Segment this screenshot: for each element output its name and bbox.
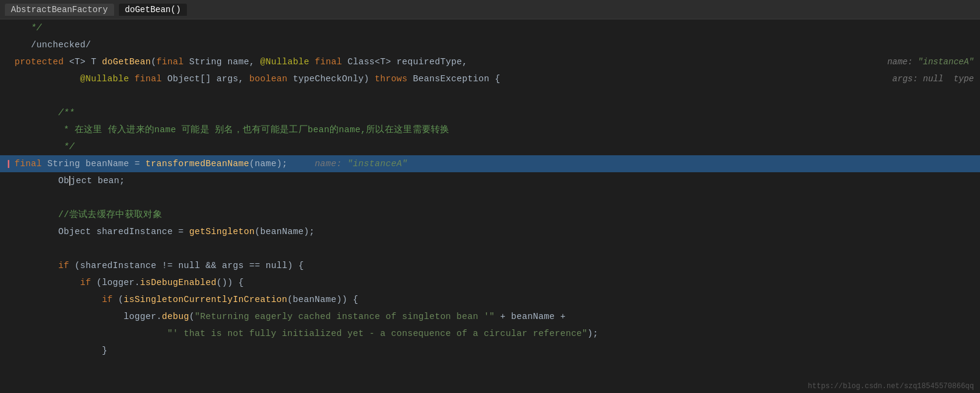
breadcrumb-method[interactable]: doGetBean(): [119, 4, 187, 16]
code-line: [0, 189, 980, 206]
code-content: if (sharedInstance != null && args == nu…: [15, 257, 980, 274]
code-content: "' that is not fully initialized yet - a…: [15, 325, 980, 342]
code-content: Object bean;: [15, 172, 980, 189]
code-content: /**: [15, 104, 980, 121]
code-content: Object sharedInstance = getSingleton(bea…: [15, 223, 980, 240]
breadcrumb-bar: AbstractBeanFactory doGetBean(): [0, 0, 980, 19]
code-content: @Nullable final Object[] args, boolean t…: [15, 70, 980, 87]
code-content: if (logger.isDebugEnabled()) {: [15, 274, 980, 291]
code-line: /unchecked/: [0, 36, 980, 53]
code-content: final String beanName = transformedBeanN…: [15, 155, 980, 172]
code-content: /unchecked/: [15, 36, 980, 53]
code-line: Object bean;: [0, 172, 980, 189]
code-line: "' that is not fully initialized yet - a…: [0, 325, 980, 342]
code-content: logger.debug("Returning eagerly cached i…: [15, 308, 980, 325]
code-area: */ /unchecked/ protected <T> T doGetBean…: [0, 19, 980, 393]
code-content: [15, 87, 980, 104]
code-content: if (isSingletonCurrentlyInCreation(beanN…: [15, 291, 980, 308]
param-hint-name: name: "instanceA": [887, 57, 974, 67]
code-content: //尝试去缓存中获取对象: [15, 206, 980, 223]
code-content: }: [15, 342, 980, 359]
editor-container: AbstractBeanFactory doGetBean() */ /unch…: [0, 0, 980, 393]
code-content: */: [15, 138, 980, 155]
code-line: }: [0, 342, 980, 359]
code-line: /**: [0, 104, 980, 121]
code-line: [0, 87, 980, 104]
code-content: */: [15, 19, 980, 36]
code-line: if (isSingletonCurrentlyInCreation(beanN…: [0, 291, 980, 308]
code-line: protected <T> T doGetBean(final String n…: [0, 53, 980, 70]
code-line: if (logger.isDebugEnabled()) {: [0, 274, 980, 291]
code-line: * 在这里 传入进来的name 可能是 别名，也有可能是工厂bean的name,…: [0, 121, 980, 138]
code-content: [15, 240, 980, 257]
param-hint-args: args: null type: [893, 74, 974, 84]
code-line: @Nullable final Object[] args, boolean t…: [0, 70, 980, 87]
code-content: protected <T> T doGetBean(final String n…: [15, 53, 980, 70]
code-line: */: [0, 138, 980, 155]
code-content: * 在这里 传入进来的name 可能是 别名，也有可能是工厂bean的name,…: [15, 121, 980, 138]
code-line: [0, 240, 980, 257]
code-line: if (sharedInstance != null && args == nu…: [0, 257, 980, 274]
code-line: logger.debug("Returning eagerly cached i…: [0, 308, 980, 325]
line-indicator: ❙: [5, 158, 12, 170]
code-line: Object sharedInstance = getSingleton(bea…: [0, 223, 980, 240]
code-line: //尝试去缓存中获取对象: [0, 206, 980, 223]
code-content: [15, 189, 980, 206]
url-bar: https://blog.csdn.net/szq18545570866qq: [808, 382, 974, 391]
breadcrumb-class[interactable]: AbstractBeanFactory: [5, 4, 114, 16]
code-line: */: [0, 19, 980, 36]
highlighted-code-line: ❙ final String beanName = transformedBea…: [0, 155, 980, 172]
